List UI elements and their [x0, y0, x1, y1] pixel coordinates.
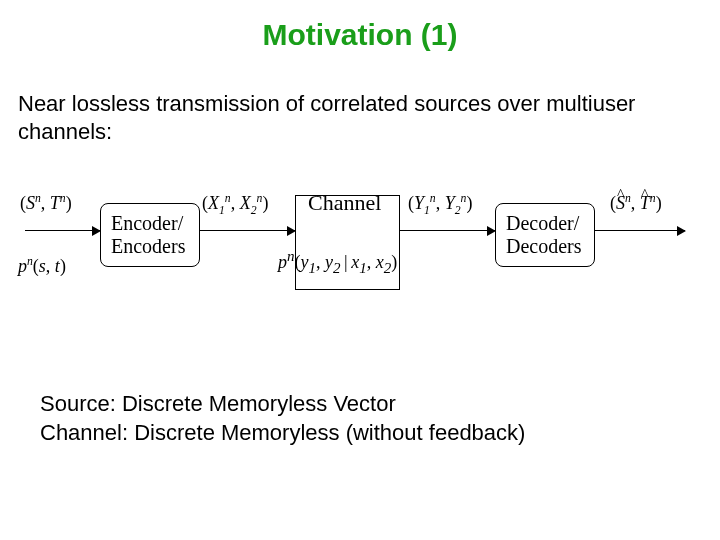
channel-label: Channel	[308, 190, 381, 216]
arrow-encoder-to-channel	[200, 230, 295, 231]
source-pair-label: (Sn, Tn)	[20, 192, 72, 214]
encoder-output-label: (X1n, X2n)	[202, 192, 268, 217]
arrow-decoder-to-sink	[595, 230, 685, 231]
encoder-line2: Encoders	[111, 235, 189, 258]
decoder-line2: Decoders	[506, 235, 584, 258]
channel-dist-label: pn(y1, y2 | x1, x2)	[278, 248, 397, 277]
sink-pair-label: (Sn, Tn)	[610, 192, 662, 214]
encoder-line1: Encoder/	[111, 212, 189, 235]
arrow-channel-to-decoder	[400, 230, 495, 231]
arrow-source-to-encoder	[25, 230, 100, 231]
footer-notes: Source: Discrete Memoryless Vector Chann…	[40, 390, 680, 447]
block-diagram: (Sn, Tn) pn(s, t) Encoder/ Encoders (X1n…	[0, 170, 720, 340]
encoder-box: Encoder/ Encoders	[100, 203, 200, 267]
footer-line1: Source: Discrete Memoryless Vector	[40, 390, 680, 419]
slide-title: Motivation (1)	[0, 18, 720, 52]
intro-text: Near lossless transmission of correlated…	[18, 90, 702, 145]
decoder-box: Decoder/ Decoders	[495, 203, 595, 267]
channel-output-label: (Y1n, Y2n)	[408, 192, 472, 217]
decoder-line1: Decoder/	[506, 212, 584, 235]
source-dist-label: pn(s, t)	[18, 255, 66, 277]
footer-line2: Channel: Discrete Memoryless (without fe…	[40, 419, 680, 448]
